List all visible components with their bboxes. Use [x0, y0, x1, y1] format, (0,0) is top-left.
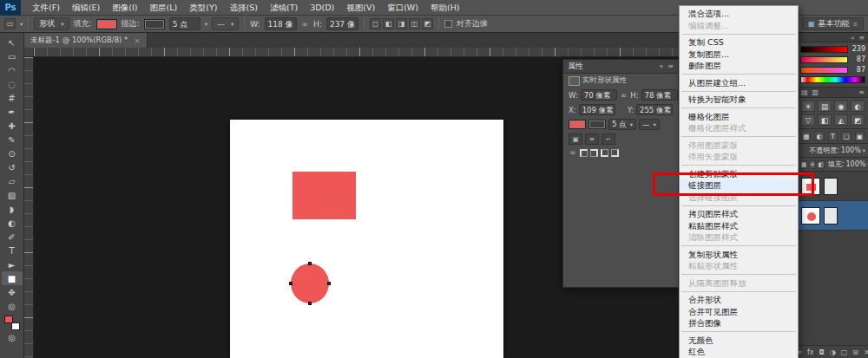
tool-crop[interactable]: # [2, 91, 23, 105]
path-alignment-icon[interactable]: ◨ [396, 18, 407, 29]
close-icon[interactable]: × [134, 36, 141, 45]
red-ellipse-shape[interactable] [291, 264, 329, 303]
new-adjustment-layer-icon[interactable]: ◑ [830, 348, 836, 356]
link-corners-icon[interactable]: ∞ [569, 148, 577, 157]
tool-clone-stamp[interactable]: ⊙ [2, 146, 23, 160]
layer-effects-icon[interactable]: fx [807, 348, 814, 356]
color-slider-r[interactable] [800, 46, 848, 53]
context-menu-item[interactable]: 复制形状属性 [680, 249, 798, 261]
corner-radius-topleft-icon[interactable] [580, 149, 588, 157]
collapse-panel-icon[interactable]: « [659, 62, 663, 70]
exposure-icon[interactable]: ◐ [851, 101, 865, 112]
corner-radius-bottomleft-icon[interactable] [601, 149, 608, 157]
link-dimensions-icon[interactable]: ∞ [301, 20, 310, 29]
tool-move[interactable]: ↖ [2, 36, 23, 49]
fill-opacity-value[interactable]: 100% [845, 160, 865, 168]
context-menu-item[interactable]: 栅格化图层 [680, 111, 798, 123]
layer-row-rectangle[interactable] [798, 172, 868, 201]
properties-tab[interactable]: 属性 [568, 61, 583, 72]
shape-x-field[interactable]: 109 像素 [579, 104, 615, 115]
black-white-icon[interactable]: ◩ [851, 114, 865, 126]
tool-dodge[interactable]: ◐ [2, 216, 23, 230]
tool-zoom[interactable]: ◎ [2, 299, 23, 313]
anchor-point-bottom[interactable] [308, 302, 312, 305]
stroke-width-caret-icon[interactable]: ▾ [205, 21, 207, 28]
filter-smart-objects-icon[interactable]: ▣ [855, 131, 865, 141]
context-menu-item[interactable]: 无颜色 [680, 335, 798, 347]
menubar-item[interactable]: 类型(Y) [183, 0, 223, 16]
lock-all-icon[interactable]: ◧ [818, 160, 825, 169]
context-menu-item[interactable]: 创建剪贴蒙版 [680, 168, 798, 180]
filter-shape-layers-icon[interactable]: ▢ [841, 131, 851, 141]
new-layer-icon[interactable]: ⊞ [852, 348, 858, 356]
swatches-icon[interactable]: ▤ [801, 88, 808, 96]
menubar-item[interactable]: 帮助(H) [424, 0, 466, 16]
foreground-color-swatch[interactable] [4, 316, 13, 323]
menubar-item[interactable]: 图层(L) [144, 0, 184, 16]
anchor-point-left[interactable] [289, 282, 293, 285]
panel-menu-icon[interactable]: ≡ [858, 88, 865, 96]
vibrance-icon[interactable]: ▽ [801, 114, 815, 126]
link-dimensions-icon[interactable]: ∞ [620, 91, 628, 100]
background-color-swatch[interactable] [11, 322, 20, 330]
menubar-item[interactable]: 3D(D) [304, 0, 340, 16]
tool-path-selection[interactable]: ► [2, 257, 23, 271]
tool-eyedropper[interactable]: ✒ [2, 105, 23, 119]
shape-h-field[interactable]: 78 像素 [641, 89, 678, 101]
layer-thumbnail[interactable] [801, 178, 820, 195]
tool-preset-caret-icon[interactable]: ▾ [20, 21, 23, 28]
anchor-point-top[interactable] [308, 262, 312, 265]
stroke-color-swatch[interactable] [144, 19, 165, 29]
chevron-down-icon[interactable]: ▾ [863, 147, 865, 154]
lock-position-icon[interactable]: ✛ [809, 160, 815, 169]
tool-type[interactable]: T [2, 244, 23, 257]
foreground-background-swatches[interactable] [4, 316, 20, 330]
menubar-item[interactable]: 视图(V) [340, 0, 381, 16]
tool-lasso[interactable]: ◠ [2, 63, 23, 77]
stroke-cap-select[interactable]: ≡ [585, 133, 599, 145]
context-menu-item[interactable]: 红色 [680, 346, 798, 358]
color-slider-g[interactable] [800, 56, 848, 63]
color-balance-icon[interactable]: ◭ [834, 114, 848, 126]
context-menu-item[interactable]: 合并形状 [680, 294, 798, 306]
path-operations-icon[interactable]: ◻ [370, 18, 381, 29]
menubar-item[interactable]: 图像(I) [106, 0, 143, 16]
menubar-item[interactable]: 编辑(E) [66, 0, 106, 16]
tool-pen[interactable]: ✐ [2, 230, 23, 244]
context-menu-item[interactable]: 拼合图像 [680, 317, 798, 329]
shape-fill-swatch[interactable] [569, 120, 586, 129]
align-edges-checkbox[interactable] [444, 20, 452, 28]
context-menu-item[interactable]: 合并可见图层 [680, 306, 798, 318]
document-canvas[interactable] [230, 120, 503, 358]
context-menu-item[interactable]: 删除图层 [680, 60, 798, 72]
tool-rectangular-marquee[interactable]: ▭ [2, 49, 23, 63]
context-menu-item[interactable]: 复制图层... [680, 49, 798, 61]
layer-thumbnail[interactable] [801, 207, 820, 225]
filter-type-layers-icon[interactable]: T [828, 131, 838, 141]
panel-menu-icon[interactable]: ≡ [667, 62, 674, 70]
shape-options-gear-icon[interactable]: ◩ [422, 18, 433, 29]
lock-transparency-icon[interactable]: ▦ [800, 160, 807, 169]
document-tab[interactable]: 未标题-1 @ 100%(RGB/8) * × [24, 33, 148, 48]
vector-mask-thumbnail[interactable] [824, 207, 838, 225]
tool-preset-icon[interactable]: ▭ [4, 18, 16, 29]
stroke-style-select[interactable]: — ▾ [639, 119, 660, 130]
menubar-item[interactable]: 滤镜(T) [264, 0, 304, 16]
tool-brush[interactable]: ✎ [2, 133, 23, 146]
tool-eraser[interactable]: ▱ [2, 174, 23, 188]
stroke-style-select[interactable]: — ▾ [212, 17, 239, 30]
fill-color-swatch[interactable] [96, 19, 117, 29]
tool-blur[interactable]: ◗ [2, 202, 23, 216]
menubar-item[interactable]: 文件(F) [26, 0, 66, 16]
shape-height-field[interactable]: 237 像 [326, 17, 358, 30]
menubar-item[interactable]: 选择(S) [223, 0, 263, 16]
shape-width-field[interactable]: 118 像 [265, 17, 297, 30]
curves-icon[interactable]: ◉ [834, 101, 848, 112]
filter-adjustment-layers-icon[interactable]: ◐ [814, 131, 824, 141]
path-arrangement-icon[interactable]: ◫ [409, 18, 420, 29]
vector-mask-thumbnail[interactable] [824, 178, 838, 195]
tool-mode-select[interactable]: 形状 ▾ [34, 17, 69, 30]
combine-shapes-icon[interactable]: ◧ [383, 18, 394, 29]
context-menu-item[interactable]: 粘贴图层样式 [680, 220, 798, 232]
red-rectangle-shape[interactable] [293, 172, 356, 219]
